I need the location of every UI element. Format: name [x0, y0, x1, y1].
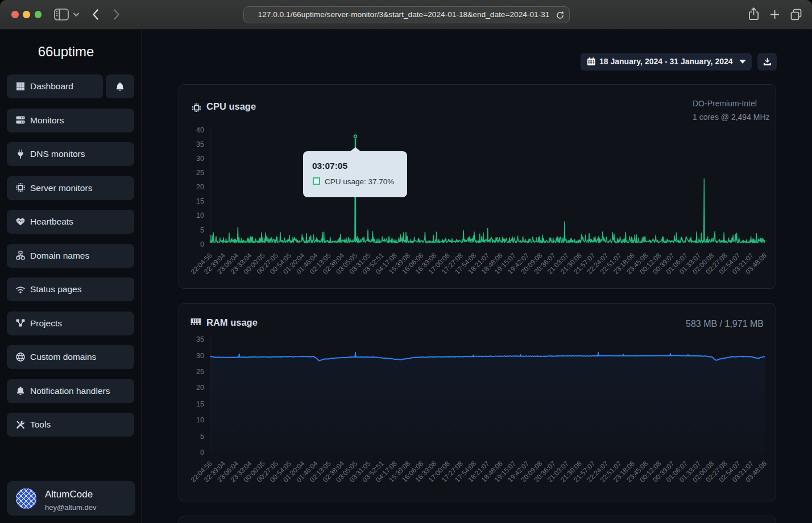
svg-text:30: 30 — [196, 155, 204, 163]
svg-text:30: 30 — [196, 352, 204, 360]
svg-text:40: 40 — [196, 126, 204, 134]
svg-text:20: 20 — [196, 384, 204, 392]
svg-text:10: 10 — [196, 416, 204, 424]
svg-text:20: 20 — [196, 183, 204, 191]
svg-text:10: 10 — [196, 211, 204, 219]
svg-text:5: 5 — [200, 226, 204, 234]
svg-text:15: 15 — [196, 197, 204, 205]
svg-text:25: 25 — [196, 169, 204, 177]
svg-text:5: 5 — [200, 433, 204, 441]
svg-text:15: 15 — [196, 400, 204, 408]
svg-text:0: 0 — [200, 449, 204, 456]
svg-text:0: 0 — [200, 240, 204, 248]
svg-text:25: 25 — [196, 368, 204, 376]
svg-text:35: 35 — [196, 335, 204, 343]
svg-text:35: 35 — [196, 140, 204, 148]
